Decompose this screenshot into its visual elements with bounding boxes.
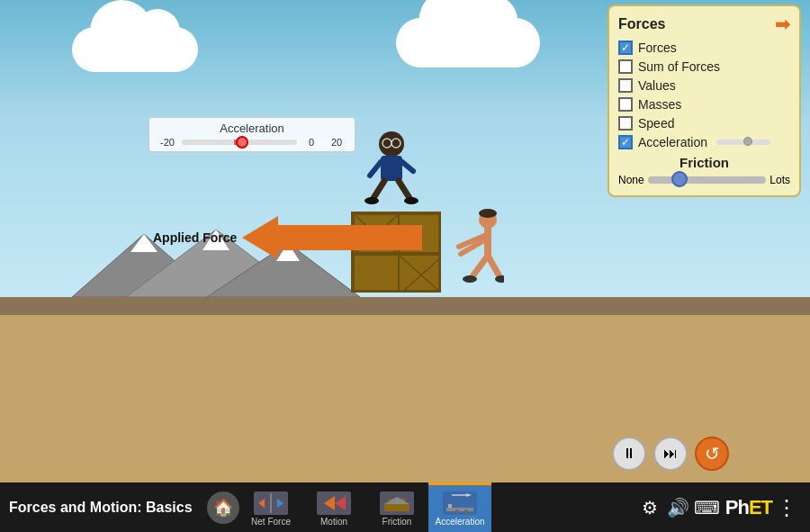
label-sum-of-forces: Sum of Forces: [638, 59, 720, 74]
home-button[interactable]: 🏠: [207, 491, 239, 524]
keyboard-button[interactable]: ⌨: [693, 493, 722, 522]
label-speed: Speed: [638, 116, 674, 131]
svg-line-18: [370, 162, 381, 176]
checkbox-values[interactable]: [618, 78, 633, 93]
tab-acceleration-label: Acceleration: [435, 517, 484, 527]
checkbox-sum-of-forces[interactable]: [618, 59, 633, 74]
svg-rect-17: [381, 156, 402, 181]
friction-thumb: [671, 171, 688, 187]
main-container: Applied Force Acceleration -20 0 20 App: [0, 0, 810, 532]
settings-button[interactable]: ⚙: [635, 493, 664, 522]
app-title: Forces and Motion: Basics: [9, 500, 207, 516]
svg-line-19: [402, 162, 413, 171]
accel-min: -20: [157, 137, 178, 148]
bottom-nav: Forces and Motion: Basics 🏠 Net Force Mo…: [0, 482, 810, 532]
tab-motion-icon: [317, 491, 351, 515]
acceleration-meter: Acceleration -20 0 20: [148, 117, 356, 152]
label-values: Values: [638, 78, 676, 93]
sound-icon: 🔊: [667, 497, 689, 518]
checkbox-forces[interactable]: ✓: [618, 41, 633, 55]
playback-controls: ⏸ ⏭ ↺: [612, 437, 729, 471]
svg-line-29: [472, 256, 488, 276]
settings-icon: ⚙: [642, 497, 658, 518]
reset-button[interactable]: ↺: [695, 437, 729, 471]
pause-button[interactable]: ⏸: [612, 437, 646, 471]
svg-line-30: [488, 256, 500, 276]
svg-point-22: [364, 197, 379, 204]
pause-icon: ⏸: [622, 446, 636, 462]
panel-title-text: Forces: [618, 16, 665, 32]
svg-rect-61: [446, 508, 473, 511]
tab-acceleration-icon: [443, 491, 477, 515]
panel-row-masses[interactable]: Masses: [618, 97, 790, 112]
step-button[interactable]: ⏭: [653, 437, 688, 471]
label-forces: Forces: [638, 41, 677, 55]
ground: [0, 297, 810, 315]
checkbox-acceleration[interactable]: ✓: [618, 135, 633, 149]
friction-track[interactable]: [648, 176, 767, 184]
person-on-crate: [356, 122, 428, 221]
keyboard-icon: ⌨: [694, 497, 720, 518]
sound-button[interactable]: 🔊: [664, 493, 693, 522]
checkbox-speed[interactable]: [618, 116, 633, 131]
applied-force-arrow: Applied Force: [153, 216, 422, 259]
tab-friction[interactable]: Friction: [365, 482, 428, 532]
svg-rect-63: [455, 509, 459, 514]
friction-lots-label: Lots: [770, 174, 790, 186]
panel-row-values[interactable]: Values: [618, 78, 790, 93]
phet-ph: Ph: [725, 496, 749, 518]
tab-friction-icon: [380, 491, 414, 515]
accel-thumb: [236, 136, 248, 149]
right-panel: Forces ➡ ✓ Forces Sum of Forces Values M…: [608, 5, 801, 197]
tab-motion-label: Motion: [320, 517, 347, 527]
cloud-left: [72, 27, 198, 72]
tab-friction-label: Friction: [382, 517, 412, 527]
svg-rect-64: [464, 509, 468, 514]
pusher-figure: [441, 209, 504, 290]
accel-mini-slider[interactable]: [716, 140, 770, 145]
accel-track[interactable]: [182, 140, 297, 145]
svg-line-21: [399, 181, 410, 198]
accel-zero: 0: [301, 137, 322, 148]
accel-max: 20: [326, 137, 347, 148]
reset-icon: ↺: [705, 443, 720, 464]
home-icon: 🏠: [213, 498, 233, 518]
svg-point-23: [404, 197, 418, 204]
arrow-head: [242, 216, 278, 259]
applied-force-scene-label: Applied Force: [153, 230, 237, 245]
tab-net-force-label: Net Force: [251, 517, 291, 527]
friction-none-label: None: [618, 174, 644, 186]
svg-point-31: [463, 275, 477, 283]
tab-net-force-icon: [254, 491, 288, 515]
svg-rect-62: [448, 504, 452, 508]
cloud-right: [396, 18, 540, 68]
tab-motion[interactable]: Motion: [302, 482, 365, 532]
svg-line-20: [374, 181, 384, 198]
accel-mini-thumb: [743, 137, 752, 146]
panel-row-acceleration[interactable]: ✓ Acceleration: [618, 135, 790, 149]
accel-label: Acceleration: [157, 122, 347, 135]
panel-row-sum-of-forces[interactable]: Sum of Forces: [618, 59, 790, 74]
step-icon: ⏭: [663, 446, 678, 462]
panel-row-forces[interactable]: ✓ Forces: [618, 41, 790, 55]
label-masses: Masses: [638, 97, 681, 112]
checkbox-masses[interactable]: [618, 97, 633, 112]
forces-arrow-icon: ➡: [775, 14, 790, 35]
friction-slider-row: None Lots: [618, 174, 790, 186]
tab-net-force[interactable]: Net Force: [239, 482, 302, 532]
label-acceleration: Acceleration: [638, 135, 707, 149]
panel-row-speed[interactable]: Speed: [618, 116, 790, 131]
arrow-shaft: [278, 225, 422, 250]
tab-acceleration[interactable]: Acceleration: [428, 482, 491, 532]
svg-point-25: [479, 209, 497, 218]
friction-title: Friction: [618, 155, 790, 170]
more-button[interactable]: ⋮: [772, 493, 801, 522]
phet-logo: PhET: [725, 496, 772, 519]
